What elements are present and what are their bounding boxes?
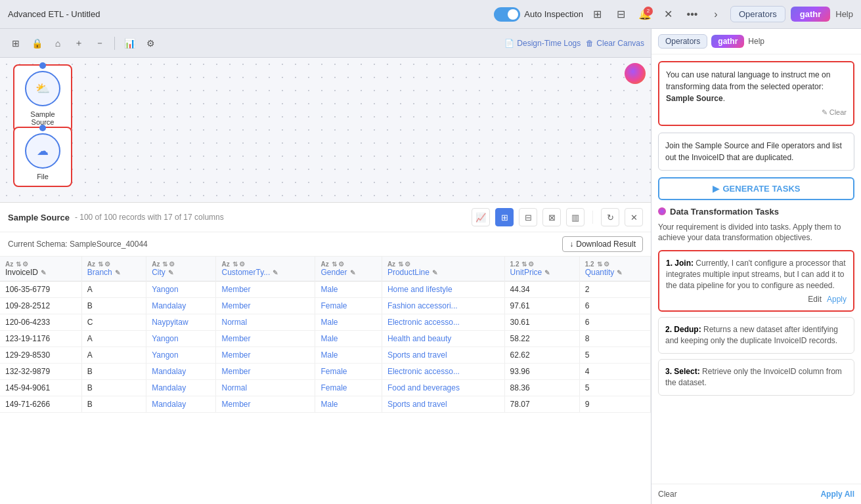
table-cell: Home and lifestyle — [382, 282, 504, 298]
split-view-btn[interactable]: ⊠ — [542, 208, 561, 226]
app-title: Advanced ETL - Untitled — [8, 9, 100, 19]
edit-price-icon[interactable]: ✎ — [544, 269, 550, 276]
edit-gender-icon[interactable]: ✎ — [350, 269, 355, 276]
clear-canvas-button[interactable]: 🗑 Clear Canvas — [586, 39, 644, 48]
edit-product-icon[interactable]: ✎ — [432, 269, 437, 276]
more-icon[interactable]: ••• — [683, 5, 701, 24]
task-desc-1: Currently, I can't configure a processor… — [666, 259, 846, 290]
table-cell: 62.62 — [504, 347, 579, 364]
col-name-product: ProductLine — [387, 268, 430, 277]
design-time-logs-label: Design-Time Logs — [517, 39, 581, 48]
plus-icon[interactable]: ＋ — [70, 34, 88, 52]
download-result-button[interactable]: ↓ Download Result — [562, 236, 643, 252]
table-cell: 93.96 — [504, 364, 579, 380]
column-view-btn[interactable]: ▥ — [566, 208, 585, 226]
settings-qty-icon[interactable]: ⚙ — [604, 261, 609, 268]
edit-qty-icon[interactable]: ✎ — [617, 269, 622, 276]
task-title-2: 2. Dedup: — [665, 325, 701, 334]
table-cell: Fashion accessori... — [382, 298, 504, 314]
generate-tasks-button[interactable]: ▶ GENERATE TASKS — [658, 177, 854, 200]
bottom-apply-all-button[interactable]: Apply All — [820, 490, 854, 499]
settings-customer-icon[interactable]: ⚙ — [239, 261, 245, 268]
sort-price-icon[interactable]: ⇅ — [521, 261, 527, 268]
help-tab[interactable]: Help — [748, 37, 764, 46]
main-layout: ⊞ 🔒 ⌂ ＋ － 📊 ⚙ 📄 Design-Time Logs 🗑 Clear… — [0, 29, 861, 504]
close-panel-btn[interactable]: ✕ — [625, 208, 643, 226]
table-cell: Male — [315, 331, 382, 347]
table-body: 106-35-6779AYangonMemberMaleHome and lif… — [0, 282, 651, 413]
table-header-row: Az ⇅⚙ InvoiceID ✎ Az — [0, 257, 651, 282]
col-name-city: City — [152, 268, 166, 277]
settings-product-icon[interactable]: ⚙ — [405, 261, 410, 268]
ai-prompt-box: Join the Sample Source and File operator… — [658, 133, 854, 171]
bell-icon[interactable]: 🔔 2 — [636, 5, 654, 24]
table-cell: Female — [315, 380, 382, 396]
grid-toolbar-icon[interactable]: ⊞ — [7, 34, 25, 52]
data-table[interactable]: Az ⇅⚙ InvoiceID ✎ Az — [0, 257, 651, 504]
chevron-right-icon[interactable]: › — [707, 5, 725, 24]
bottom-clear-button[interactable]: Clear — [658, 490, 677, 499]
sort-qty-icon[interactable]: ⇅ — [597, 261, 602, 268]
col-name-invoice: InvoiceID — [5, 268, 38, 277]
auto-inspection-label: Auto Inspection — [524, 9, 583, 19]
canvas[interactable]: ⛅ Sample Source ☁ File — [0, 58, 651, 202]
auto-inspection-toggle[interactable] — [494, 7, 520, 22]
col-product: Az ⇅⚙ ProductLine ✎ — [382, 257, 504, 282]
table-cell: 5 — [579, 347, 650, 364]
settings-gender-icon[interactable]: ⚙ — [338, 261, 344, 268]
sort-city-icon[interactable]: ⇅ — [162, 261, 167, 268]
settings-branch-icon[interactable]: ⚙ — [104, 261, 110, 268]
clear-canvas-label: Clear Canvas — [596, 39, 644, 48]
sort-customer-icon[interactable]: ⇅ — [232, 261, 238, 268]
file-node[interactable]: ☁ File — [13, 127, 72, 187]
grid-view-btn[interactable]: ⊞ — [495, 208, 514, 226]
edit-col-icon[interactable]: ✎ — [41, 269, 46, 276]
task-edit-button[interactable]: Edit — [808, 295, 822, 304]
design-time-logs-button[interactable]: 📄 Design-Time Logs — [504, 39, 581, 48]
settings-city-icon[interactable]: ⚙ — [169, 261, 175, 268]
chart-icon[interactable]: 📊 — [120, 34, 139, 52]
refresh-btn[interactable]: ↻ — [601, 208, 619, 226]
settings-icon[interactable]: ⚙ — [141, 34, 160, 52]
edit-customer-icon[interactable]: ✎ — [273, 269, 278, 276]
gathr-tab[interactable]: gathr — [711, 35, 744, 48]
file-icon: ☁ — [37, 144, 49, 158]
sort-icon[interactable]: ⇅ — [16, 261, 21, 268]
task-card: 3. Select: Retrieve only the InvoiceID c… — [658, 359, 854, 396]
minus-icon[interactable]: － — [91, 34, 109, 52]
sample-source-node[interactable]: ⛅ Sample Source — [13, 64, 72, 133]
edit-branch-icon[interactable]: ✎ — [115, 269, 120, 276]
grid-icon[interactable]: ⊞ — [588, 5, 607, 24]
settings-col-icon[interactable]: ⚙ — [22, 261, 28, 268]
operators-tab[interactable]: Operators — [658, 34, 707, 49]
table-cell: Yangon — [146, 347, 216, 364]
edit-city-icon[interactable]: ✎ — [168, 269, 173, 276]
schema-text: Current Schema: SampleSource_40044 — [8, 240, 148, 249]
home-icon[interactable]: ⌂ — [49, 34, 67, 52]
table-cell: 123-19-1176 — [0, 331, 81, 347]
task-apply-button[interactable]: Apply — [827, 295, 847, 304]
table-cell: Female — [315, 364, 382, 380]
chart-view-btn[interactable]: 📈 — [472, 208, 490, 226]
table-view-btn[interactable]: ⊟ — [519, 208, 537, 226]
play-icon: ▶ — [713, 184, 719, 194]
table-row: 120-06-4233CNaypyitawNormalMaleElectroni… — [0, 314, 651, 331]
table-cell: Health and beauty — [382, 331, 504, 347]
table-cell: A — [81, 347, 146, 364]
table-row: 145-94-9061BMandalayNormalFemaleFood and… — [0, 380, 651, 396]
prompt-text: Join the Sample Source and File operator… — [665, 141, 842, 162]
sort-branch-icon[interactable]: ⇅ — [98, 261, 103, 268]
close-icon[interactable]: ✕ — [659, 5, 678, 24]
lock-icon[interactable]: 🔒 — [28, 34, 46, 52]
table-cell: Electronic accesso... — [382, 364, 504, 380]
gathr-button[interactable]: gathr — [791, 7, 831, 22]
sort-product-icon[interactable]: ⇅ — [398, 261, 403, 268]
settings-price-icon[interactable]: ⚙ — [528, 261, 534, 268]
table-icon[interactable]: ⊟ — [612, 5, 630, 24]
help-button[interactable]: Help — [835, 9, 853, 19]
operators-button[interactable]: Operators — [730, 6, 785, 22]
sort-gender-icon[interactable]: ⇅ — [332, 261, 337, 268]
col-quantity: 1.2 ⇅⚙ Quantity ✎ — [579, 257, 650, 282]
clear-link[interactable]: ✎ Clear — [666, 107, 847, 118]
task-card: 1. Join: Currently, I can't configure a … — [658, 250, 854, 312]
